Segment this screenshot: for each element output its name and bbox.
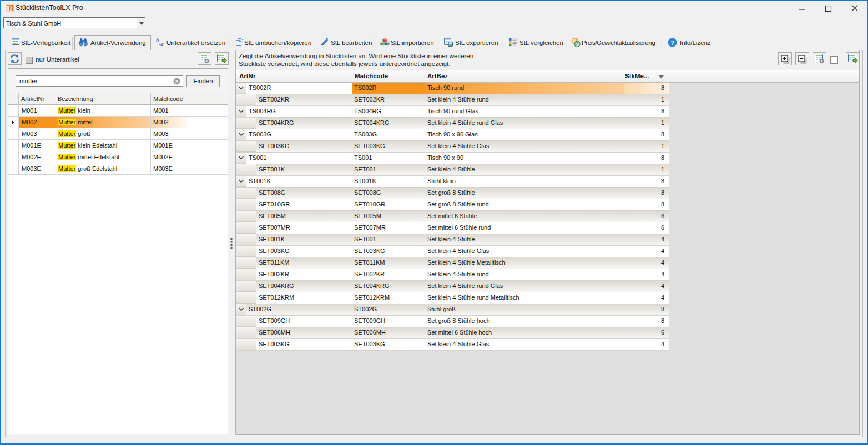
svg-text:a: a [160, 41, 164, 47]
svg-text:S: S [576, 42, 579, 47]
svg-text:b: b [156, 38, 159, 43]
svg-text:?: ? [671, 39, 675, 46]
